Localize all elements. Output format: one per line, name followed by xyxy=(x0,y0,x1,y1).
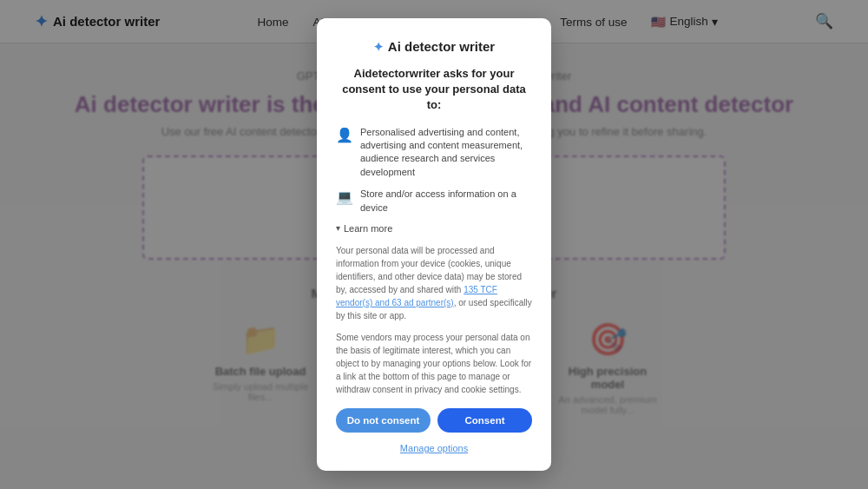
vendor-link[interactable]: 135 TCF vendor(s) and 63 ad partner(s) xyxy=(336,285,497,307)
modal-body-text2: Some vendors may process your personal d… xyxy=(336,331,532,396)
modal-buttons: Do not consent Consent xyxy=(336,408,532,433)
modal-body-text1: Your personal data will be processed and… xyxy=(336,244,532,322)
modal-overlay: ✦ Ai detector writer Aidetectorwriter as… xyxy=(0,0,868,441)
modal-logo-text: Ai detector writer xyxy=(388,39,495,54)
consent-modal: ✦ Ai detector writer Aidetectorwriter as… xyxy=(317,18,551,441)
consent-item-device: 💻 Store and/or access information on a d… xyxy=(336,188,532,215)
learn-more-row[interactable]: ▾ Learn more xyxy=(336,223,532,234)
person-icon: 👤 xyxy=(336,127,353,143)
modal-title: Aidetectorwriter asks for your consent t… xyxy=(336,66,532,114)
modal-logo-star: ✦ xyxy=(373,40,384,54)
chevron-down-icon: ▾ xyxy=(336,223,340,233)
do-not-consent-button[interactable]: Do not consent xyxy=(336,408,431,433)
consent-device-text: Store and/or access information on a dev… xyxy=(360,188,532,215)
learn-more-text: Learn more xyxy=(344,223,392,234)
consent-item-advertising: 👤 Personalised advertising and content, … xyxy=(336,126,532,180)
device-icon: 💻 xyxy=(336,188,353,205)
consent-advertising-text: Personalised advertising and content, ad… xyxy=(360,126,532,180)
consent-button[interactable]: Consent xyxy=(437,408,532,433)
modal-logo: ✦ Ai detector writer xyxy=(336,39,532,54)
